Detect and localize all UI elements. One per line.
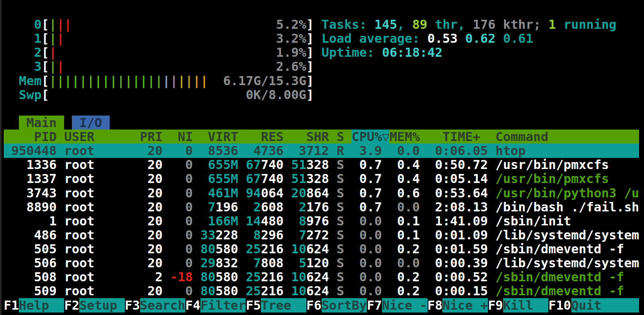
text-segment: 10 (291, 284, 306, 298)
tasks-label: Tasks: (322, 17, 375, 32)
text-segment (4, 59, 34, 74)
text-segment: 272 (306, 228, 337, 242)
fkey-f8[interactable]: F8 (428, 298, 443, 313)
fkey-label-search[interactable]: Search (140, 298, 186, 313)
process-row-505[interactable]: 505 root 20 0 80580 25216 10624 S 0.0 0.… (4, 242, 639, 256)
text-segment: 509 root 20 (4, 284, 185, 298)
load-1min: 0.53 (428, 31, 458, 46)
meter-bracket: [ (41, 74, 49, 88)
text-segment (193, 270, 200, 284)
text-segment (4, 116, 19, 130)
fkey-f2[interactable]: F2 (64, 298, 79, 313)
meter-bracket: ] (306, 59, 314, 74)
text-segment: 196 (216, 200, 253, 214)
cpu3-tick-green: | (49, 59, 57, 74)
process-row-950448-selected[interactable]: 950448 root 20 0 8536 4736 3712 R 3.9 0.… (4, 144, 639, 158)
header-right-columns[interactable]: MEM% TIME+ Command (389, 130, 639, 144)
text-segment: 580 (216, 284, 246, 298)
table-header-row: PID USER PRI NI VIRT RES SHR S CPU%▽MEM%… (4, 130, 639, 144)
memory-ticks-cache: |||| (178, 74, 208, 88)
uptime-label: Uptime: (322, 45, 382, 60)
blank-row (4, 102, 639, 116)
text-segment: 33 (200, 228, 216, 242)
text-segment: 166M (200, 214, 238, 228)
header-sort-column-cpu[interactable]: CPU%▽ (352, 130, 389, 144)
text-segment: 5 (299, 256, 306, 270)
fkey-f7[interactable]: F7 (367, 298, 382, 313)
cpu2-percent: 1.9% (276, 45, 306, 60)
text-segment: 176 (306, 200, 337, 214)
fkey-f4[interactable]: F4 (185, 298, 200, 313)
text-segment (49, 88, 246, 102)
fkey-f3[interactable]: F3 (125, 298, 140, 313)
process-row-486[interactable]: 486 root 20 0 33228 8296 7272 S 0.0 0.1 … (4, 228, 639, 242)
meter-bracket: ] (306, 31, 314, 46)
fkey-f10[interactable]: F10 (548, 298, 571, 313)
process-row-506[interactable]: 506 root 20 0 29832 7808 5120 S 0.0 0.0 … (4, 256, 639, 270)
fkey-label-sortby[interactable]: SortBy (322, 298, 367, 313)
fkey-f5[interactable]: F5 (246, 298, 261, 313)
text-segment: 0.7 0.4 0:05.14 (344, 171, 495, 186)
fkey-label-setup[interactable]: Setup (79, 298, 125, 313)
thread-count: 89 (412, 17, 428, 32)
text-segment: 8 (299, 214, 306, 228)
memory-usage-text: 6.17G/15.3G (223, 74, 306, 88)
text-segment: 2:08.13 /bin/bash ./fail.sh (420, 200, 639, 214)
text-segment (193, 256, 200, 270)
text-segment: 608 (261, 200, 299, 214)
cpu1-meter-row: 1[|| 3.2%] Load average: 0.53 0.62 0.61 (4, 32, 639, 46)
text-segment: S (337, 186, 344, 200)
tab-main[interactable]: Main (19, 116, 64, 130)
text-segment: /usr/bin/python3 /u (495, 186, 639, 200)
text-segment: 0 (185, 256, 193, 270)
text-segment (193, 228, 200, 242)
fkey-f9[interactable]: F9 (488, 298, 503, 313)
swap-label: Swp (19, 88, 41, 102)
process-row-509[interactable]: 509 root 20 0 80580 25216 10624 S 0.0 0.… (4, 284, 639, 298)
text-segment: 0 (185, 284, 193, 298)
fkey-label-filter[interactable]: Filter (200, 298, 246, 313)
text-segment: 0 (185, 214, 193, 228)
meter-bracket: ] (306, 74, 314, 88)
text-segment: 8 (253, 228, 261, 242)
text-segment (314, 17, 321, 32)
text-segment: 80 (200, 270, 216, 284)
swap-usage-text: 0K/8.00G (246, 88, 306, 102)
text-segment: 67 (246, 158, 261, 172)
uptime-value: 06:18:42 (382, 45, 442, 60)
text-segment: 624 (306, 270, 337, 284)
text-segment: 0.1 1:41.09 /sbin/init (382, 214, 571, 228)
process-row-3743[interactable]: 3743 root 20 0 461M 94064 20864 S 0.7 0.… (4, 186, 639, 200)
fkey-f1[interactable]: F1 (4, 298, 19, 313)
cpu1-tick-green: | (49, 31, 57, 46)
text-segment: 0.1 0:01.09 /lib/systemd/system (382, 228, 639, 242)
text-segment (571, 214, 639, 228)
fkey-label-kill[interactable]: Kill (503, 298, 549, 313)
process-row-1337[interactable]: 1337 root 20 0 655M 67740 51328 S 0.7 0.… (4, 172, 639, 186)
fkey-label-tree[interactable]: Tree (261, 298, 306, 313)
text-segment (72, 17, 276, 32)
header-left-columns[interactable]: PID USER PRI NI VIRT RES SHR S (4, 130, 352, 144)
fkey-label-nice-plus[interactable]: Nice + (442, 298, 488, 313)
process-row-1[interactable]: 1 root 20 0 166M 14480 8976 S 0.0 0.1 1:… (4, 214, 639, 228)
cpu1-tick-red: | (57, 31, 64, 46)
text-segment: S (337, 171, 344, 186)
text-segment: 0 (185, 242, 193, 256)
text-segment: 505 root 20 (4, 242, 185, 256)
text-segment (193, 284, 200, 298)
fkey-f6[interactable]: F6 (306, 298, 322, 313)
text-segment: 25 (246, 242, 261, 256)
fkey-label-nice-minus[interactable]: Nice - (382, 298, 428, 313)
tab-io[interactable]: I/O (72, 116, 110, 130)
text-segment: 0.0 (382, 200, 420, 214)
text-segment: 976 (306, 214, 337, 228)
fkey-label-help[interactable]: Help (19, 298, 64, 313)
fkey-label-quit[interactable]: Quit (571, 298, 639, 313)
meter-bracket: ] (306, 88, 314, 102)
process-row-8890[interactable]: 8890 root 20 0 7196 2608 2176 S 0.7 0.0 … (4, 200, 639, 214)
process-row-1336[interactable]: 1336 root 20 0 655M 67740 51328 S 0.7 0.… (4, 158, 639, 172)
meter-bracket: [ (41, 31, 49, 46)
process-row-508[interactable]: 508 root 2 -18 80580 25216 10624 S 0.0 0… (4, 270, 639, 284)
text-segment: 2 (299, 200, 306, 214)
text-segment: running (556, 17, 616, 32)
